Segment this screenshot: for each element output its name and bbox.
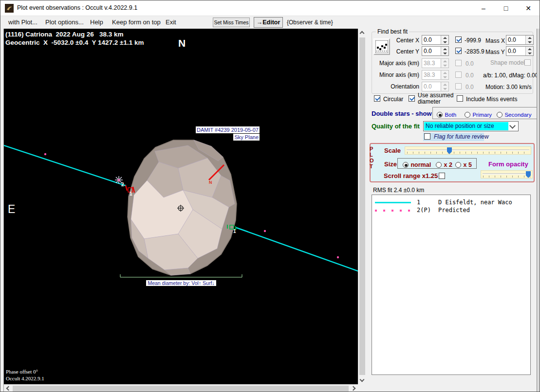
mass-x-down[interactable] [526, 40, 533, 44]
form-opacity-label: Form opacity [488, 160, 528, 168]
scale-label: Scale [384, 147, 401, 154]
geocentric-coords: Geocentric X -5032.0 ±0.4 Y 1427.2 ±1.1 … [5, 39, 144, 46]
asteroid-shape-model [128, 140, 237, 275]
minimize-button[interactable]: – [472, 0, 495, 16]
double-stars-group: Both Primary Secondary [432, 107, 537, 119]
plot-letter-l: L [370, 152, 373, 158]
plot-horizontal-scrollbar[interactable] [4, 384, 358, 392]
mass-x-spinner[interactable]: 0.0 [506, 35, 534, 45]
center-y-spinner[interactable]: 0.0 [422, 46, 449, 56]
scroll-range-checkbox[interactable] [439, 173, 445, 179]
shape-model-checkbox [524, 59, 531, 66]
damit-label: DAMIT #4239 2019-05-07 [196, 126, 260, 133]
plot-vertical-scrollbar[interactable] [358, 29, 366, 384]
major-axis-spinner: 38.3 [422, 58, 449, 68]
motion-label: Motion: 3.00 km/s [485, 84, 532, 90]
north-direction-label: N [178, 37, 186, 49]
scroll-down-button[interactable] [358, 376, 366, 384]
vertical-scroll-thumb[interactable] [359, 37, 365, 375]
use-assumed-checkbox[interactable] [409, 95, 415, 102]
scale-slider[interactable] [405, 146, 531, 155]
center-x-spinner[interactable]: 0.0 [422, 35, 449, 45]
chevron-down-icon [509, 123, 516, 129]
plot-letter-t: T [370, 163, 373, 169]
fit-y-checkbox[interactable] [455, 48, 462, 54]
flag-review-row: Flag for future review [423, 133, 484, 141]
horizontal-scroll-thumb[interactable] [13, 386, 349, 392]
ab-dmag-label: a/b: 1.00, dMag: 0.00 [483, 72, 538, 79]
shape-model-caption: DAMIT #4239 2019-05-07 Sky Plane [165, 126, 260, 141]
fit-orientation-checkbox [455, 83, 462, 89]
major-check-value: 0.0 [466, 60, 474, 67]
mass-y-label: Mass Y [485, 49, 505, 55]
event-title: (1116) Catriona 2022 Aug 26 38.3 km [5, 31, 124, 38]
include-miss-label: Include Miss events [466, 96, 517, 103]
minor-check-value: 0.0 [466, 72, 474, 79]
title-bar[interactable]: Plot event observations : Occult v.4.202… [0, 0, 540, 16]
star-marker-label: 2 [121, 182, 124, 187]
legend-predicted-name: Predicted [438, 207, 470, 214]
scroll-left-button[interactable] [4, 385, 12, 392]
circular-checkbox[interactable] [374, 95, 380, 102]
predicted-dots-swatch [374, 208, 413, 213]
menu-with-plot[interactable]: with Plot... [8, 18, 37, 26]
plot-canvas[interactable]: (1116) Catriona 2022 Aug 26 38.3 km Geoc… [4, 29, 358, 384]
include-miss-checkbox[interactable] [457, 95, 463, 102]
center-y-up[interactable] [441, 47, 448, 51]
scroll-up-button[interactable] [358, 29, 366, 36]
quality-dropdown[interactable]: No reliable position or size [423, 121, 519, 131]
maximize-button[interactable]: □ [495, 0, 517, 16]
form-opacity-slider[interactable] [481, 170, 533, 178]
menu-plot-options[interactable]: Plot options... [45, 18, 84, 26]
legend-row-predicted[interactable]: 2(P) Predicted [374, 206, 528, 214]
legend-observer-name: D Eisfeldt, near Waco [438, 199, 512, 206]
major-axis-label: Major axis (km) [371, 60, 419, 67]
editor-button[interactable]: →Editor [254, 17, 283, 28]
shape-model-label: Shape model [490, 59, 525, 66]
fit-x-checkbox[interactable] [455, 36, 462, 43]
legend-row-chord[interactable]: 1 D Eisfeldt, near Waco [374, 198, 528, 206]
find-best-fit-label: Find best fit [376, 28, 409, 35]
radio-size-normal[interactable]: normal [403, 160, 431, 169]
center-y-label: Center Y [380, 48, 419, 55]
scroll-range-label: Scroll range x1.25 [384, 172, 438, 179]
radio-primary[interactable]: Primary [465, 110, 492, 119]
orientation-spinner: 0.0 [422, 82, 449, 91]
radio-size-x5[interactable]: x 5 [455, 160, 472, 169]
radio-both[interactable]: Both [437, 110, 456, 119]
radio-secondary[interactable]: Secondary [497, 110, 531, 119]
control-panel: Find best fit Center X 0.0 -999.9 Mass X… [366, 29, 537, 392]
menu-bar: with Plot... Plot options... Help Keep f… [0, 16, 540, 29]
mass-x-label: Mass X [485, 37, 505, 44]
app-icon [5, 4, 14, 13]
double-stars-label: Double stars - show [372, 110, 432, 117]
mass-y-up[interactable] [526, 47, 533, 51]
legend-num: 2(P) [417, 207, 438, 214]
radio-size-x2[interactable]: x 2 [436, 160, 452, 169]
mass-y-down[interactable] [526, 51, 533, 55]
observer-time-label: {Observer & time} [287, 19, 333, 26]
menu-help[interactable]: Help [90, 18, 103, 26]
menu-keep-on-top[interactable]: Keep form on top [112, 18, 161, 26]
set-miss-times-button[interactable]: Set Miss Times [213, 18, 250, 27]
scroll-right-button[interactable] [350, 385, 358, 392]
rms-fit-label: RMS fit 2.4 ±0.0 km [373, 187, 424, 194]
east-direction-label: E [8, 203, 15, 216]
menu-exit[interactable]: Exit [166, 18, 176, 26]
mass-x-up[interactable] [526, 36, 533, 40]
chord-line-left [4, 144, 126, 186]
mass-y-spinner[interactable]: 0.0 [506, 46, 534, 56]
mean-diameter-caption: Mean diameter by: Vol↑ Surf↓ [120, 278, 242, 287]
fit-major-checkbox [455, 60, 462, 66]
observer-legend-list[interactable]: 1 D Eisfeldt, near Waco 2(P) Predicted [372, 195, 531, 375]
legend-num: 1 [417, 199, 438, 206]
center-x-up[interactable] [441, 36, 448, 40]
chord-line-right [236, 228, 358, 271]
center-y-down[interactable] [441, 51, 448, 55]
close-button[interactable]: ✕ [517, 0, 540, 16]
sky-plane-label: Sky Plane [233, 134, 260, 141]
y-check-value: -2835.9 [465, 48, 484, 55]
background-sliver [537, 29, 540, 392]
center-x-down[interactable] [441, 40, 448, 44]
flag-review-checkbox[interactable] [424, 133, 430, 140]
